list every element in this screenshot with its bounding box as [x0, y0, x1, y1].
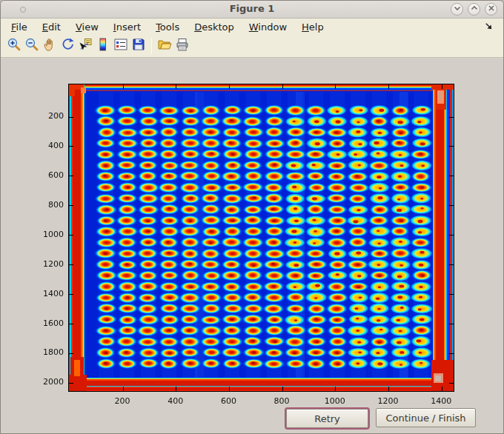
- retry-button[interactable]: Retry: [286, 409, 368, 428]
- figure-window: Figure 1 FileEditViewInsertToolsDesktopW…: [0, 0, 504, 434]
- insert-colorbar-icon: [96, 37, 110, 55]
- insert-legend-button[interactable]: [112, 36, 130, 56]
- menu-item-help[interactable]: Help: [294, 21, 331, 33]
- chevron-up-button[interactable]: [468, 3, 480, 16]
- print-figure-button[interactable]: [173, 36, 191, 56]
- menubar: FileEditViewInsertToolsDesktopWindowHelp: [1, 19, 503, 35]
- x-tick-label: 200: [105, 396, 140, 406]
- print-figure-icon: [175, 37, 190, 55]
- menu-item-desktop[interactable]: Desktop: [187, 21, 242, 33]
- menu-item-view[interactable]: View: [68, 21, 106, 33]
- zoom-in-icon: [7, 37, 21, 55]
- pan-icon: [42, 37, 57, 55]
- plate-image: [69, 84, 454, 391]
- chevron-down-icon: [451, 2, 463, 17]
- save-figure-icon: [131, 37, 146, 55]
- y-tick-label: 800: [28, 200, 64, 210]
- figure-area: 2004006008001000120014002004006008001000…: [1, 58, 503, 434]
- titlebar: Figure 1: [1, 1, 503, 19]
- titlebar-controls: [451, 3, 497, 16]
- x-tick-label: 1000: [317, 396, 353, 406]
- close-icon: [485, 2, 497, 17]
- menu-item-edit[interactable]: Edit: [35, 21, 68, 33]
- y-tick-label: 1600: [28, 318, 64, 328]
- x-tick-label: 800: [264, 396, 299, 406]
- dock-arrow-icon[interactable]: [483, 21, 494, 34]
- save-figure-button[interactable]: [130, 36, 147, 56]
- insert-legend-icon: [113, 37, 128, 55]
- y-tick-label: 1800: [28, 347, 64, 357]
- rotate-3d-icon: [60, 37, 75, 55]
- open-file-icon: [157, 37, 172, 55]
- y-tick-label: 600: [28, 170, 64, 180]
- x-tick-label: 400: [158, 396, 193, 406]
- open-file-button[interactable]: [156, 36, 173, 56]
- menu-item-window[interactable]: Window: [242, 21, 294, 33]
- zoom-in-button[interactable]: [5, 36, 23, 56]
- x-tick-label: 1200: [371, 396, 406, 406]
- plot-axes: [68, 84, 454, 392]
- close-button[interactable]: [485, 3, 497, 16]
- zoom-out-button[interactable]: [23, 36, 41, 56]
- y-tick-label: 2000: [28, 377, 64, 387]
- data-cursor-icon: [78, 37, 93, 55]
- y-tick-label: 400: [28, 141, 64, 150]
- menu-item-file[interactable]: File: [4, 21, 35, 33]
- data-cursor-button[interactable]: [76, 36, 94, 56]
- x-tick-label: 600: [210, 396, 246, 406]
- y-tick-label: 1200: [28, 259, 64, 269]
- window-title: Figure 1: [1, 3, 503, 14]
- menu-item-tools[interactable]: Tools: [148, 21, 187, 33]
- toolbar: [1, 35, 503, 58]
- y-tick-label: 1400: [28, 289, 64, 298]
- toolbar-separator: [151, 38, 152, 54]
- y-tick-label: 1000: [28, 230, 64, 239]
- y-tick-label: 200: [28, 111, 64, 121]
- menu-item-insert[interactable]: Insert: [106, 21, 148, 33]
- rotate-3d-button[interactable]: [59, 36, 76, 56]
- x-tick-label: 1400: [423, 396, 459, 406]
- chevron-down-button[interactable]: [451, 3, 463, 16]
- continue-finish-button[interactable]: Continue / Finish: [376, 408, 476, 427]
- chevron-up-icon: [468, 2, 480, 17]
- pan-button[interactable]: [41, 36, 59, 56]
- zoom-out-icon: [24, 37, 39, 55]
- insert-colorbar-button[interactable]: [94, 36, 112, 56]
